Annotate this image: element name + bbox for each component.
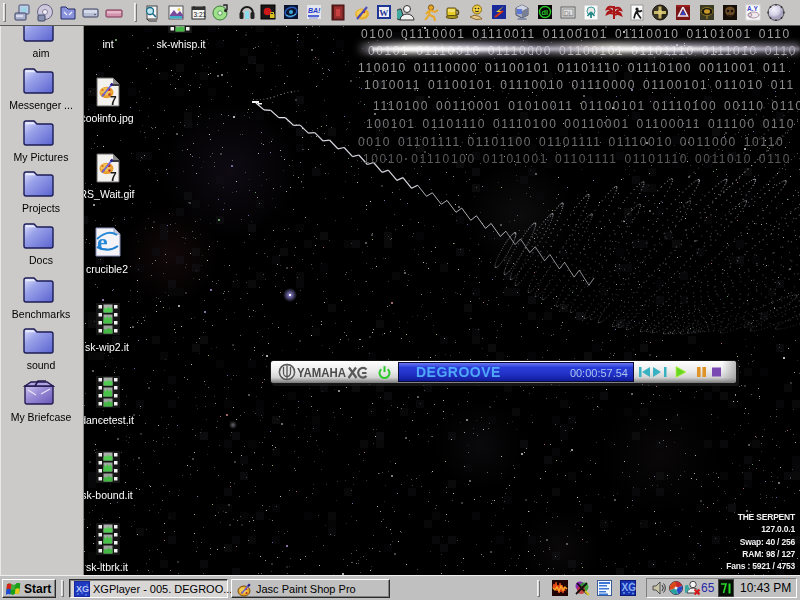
svg-text:DL: DL [564, 10, 573, 17]
svg-text:W: W [379, 8, 388, 18]
svg-text:dl: dl [542, 8, 549, 17]
svg-text:XG: XG [622, 582, 637, 593]
svg-text:BA!: BA! [308, 7, 321, 14]
svg-text:3:21: 3:21 [194, 11, 207, 18]
svg-text:A.Y: A.Y [747, 5, 759, 12]
svg-text:7: 7 [110, 170, 117, 184]
svg-text:YAMAHA: YAMAHA [297, 365, 346, 380]
svg-text:7: 7 [110, 94, 117, 108]
